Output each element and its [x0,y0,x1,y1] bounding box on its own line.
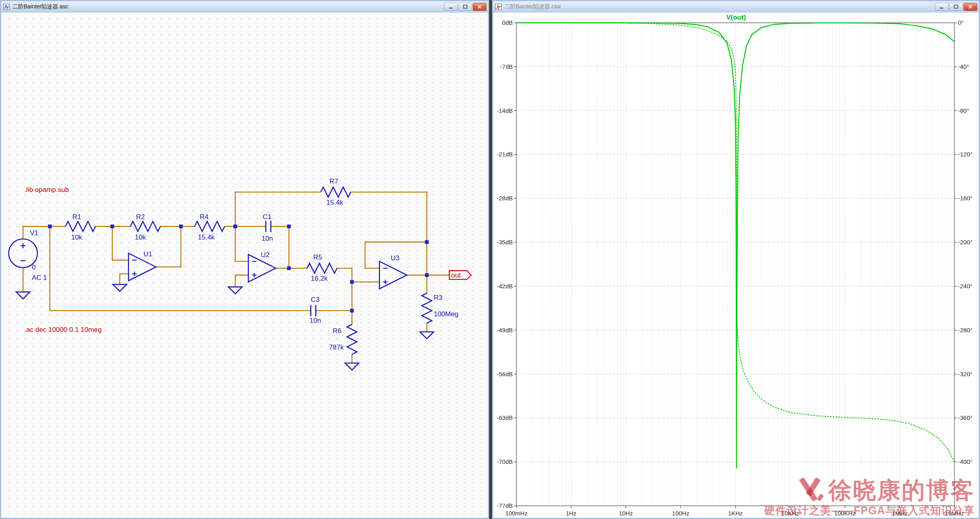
y-axis-phase-label: -320° [958,371,972,377]
window-controls [935,3,977,11]
component-label: 10n [309,316,321,324]
minimize-button[interactable] [444,3,458,11]
y-axis-phase-label: -160° [958,195,972,202]
component-label: 100Meg [434,310,458,318]
waveform-titlebar[interactable]: 二阶Bainter陷波器.raw [493,1,979,12]
component-label: 15.4k [198,233,215,241]
component-label: R3 [434,293,442,301]
y-axis-phase-label: -400° [958,458,972,465]
y-axis-phase-label: -200° [958,239,972,246]
junction-node [425,240,428,244]
opamp-symbol [379,261,407,289]
spice-directive-ac: .ac dec 10000 0.1 10meg [24,325,102,333]
resistor-symbol [422,293,432,323]
ground-symbol [345,363,359,370]
maximize-button[interactable] [949,3,963,11]
x-axis-label: 1MHz [892,510,907,517]
waveform-file-icon [495,3,502,10]
component-label: R2 [136,213,145,221]
schematic-window-title: 二阶Bainter陷波器.asc [12,3,444,10]
opamp-symbol [248,254,276,282]
schematic-content: outV10AC 1R110kR210kR415.4kC110nR715.4kU… [1,12,488,518]
minimize-icon [448,4,453,9]
close-button[interactable] [473,3,486,11]
plot-canvas[interactable]: 0dB-7dB-14dB-21dB-28dB-35dB-42dB-49dB-56… [493,12,979,518]
component-label: 16.2k [311,274,328,282]
junction-node [425,273,428,277]
resistor-symbol [66,222,96,232]
component-label: V1 [30,229,38,237]
y-axis-db-label: -28dB [497,195,513,202]
component-label: 787k [329,343,344,351]
waveform-window: 二阶Bainter陷波器.raw 0dB-7dB-14dB-21dB-28dB-… [492,0,980,519]
resistor-symbol [195,222,225,232]
y-axis-db-label: -42dB [497,283,513,289]
component-label: U3 [390,254,399,262]
component-label: 15.4k [327,198,343,206]
plot-area: 0dB-7dB-14dB-21dB-28dB-35dB-42dB-49dB-56… [493,12,979,518]
junction-node [287,266,291,270]
out-port-label: out [451,271,461,279]
ground-symbol [228,287,242,294]
y-axis-db-label: -14dB [497,107,513,114]
y-axis-db-label: -49dB [497,327,513,333]
close-icon [477,4,482,9]
trace-title[interactable]: V(out) [493,14,979,22]
component-label: R6 [333,327,341,335]
component-label: R7 [329,177,338,185]
resistor-symbol [307,263,337,273]
x-axis-label: 10MHz [945,510,964,517]
component-label: R5 [313,253,322,261]
spice-directive-lib: .lib opamp.sub [24,186,69,194]
resistor-symbol [347,324,357,354]
component-label: 10k [135,233,146,241]
y-axis-db-label: -7dB [500,63,513,70]
ground-symbol [16,292,30,299]
schematic-window: 二阶Bainter陷波器.asc outV10AC 1R110kR210kR41… [0,0,489,519]
maximize-icon [954,4,958,9]
window-controls [444,3,486,11]
component-label: R4 [200,213,209,221]
junction-node [350,280,354,283]
waveform-window-title: 二阶Bainter陷波器.raw [504,3,935,10]
waveform-content: 0dB-7dB-14dB-21dB-28dB-35dB-42dB-49dB-56… [493,12,979,518]
ground-symbol [420,332,434,339]
x-axis-label: 100Hz [672,510,689,517]
x-axis-label: 10Hz [619,510,633,517]
schematic-canvas[interactable]: outV10AC 1R110kR210kR415.4kC110nR715.4kU… [1,12,488,518]
y-axis-phase-label: -240° [958,283,972,289]
y-axis-phase-label: -40° [958,63,969,70]
component-label: U2 [261,251,270,259]
maximize-button[interactable] [458,3,472,11]
y-axis-db-label: -70dB [497,458,513,465]
minimize-button[interactable] [935,3,948,11]
y-axis-db-label: -77dB [497,502,513,509]
schematic-titlebar[interactable]: 二阶Bainter陷波器.asc [1,1,488,12]
component-label: C1 [263,213,271,221]
component-label: AC 1 [32,273,47,281]
component-label: 0 [32,263,36,271]
ground-symbol [113,284,127,291]
component-label: C3 [311,295,320,303]
y-axis-db-label: -63dB [497,414,513,421]
close-icon [968,4,973,9]
component-label: U1 [143,250,152,258]
component-label: 10n [261,234,273,242]
y-axis-db-label: -21dB [497,151,513,158]
resistor-symbol [130,222,160,232]
y-axis-phase-label: -280° [958,327,972,333]
y-axis-db-label: -56dB [497,371,513,377]
junction-node [350,309,354,312]
y-axis-phase-label: -120° [958,151,972,158]
resistor-symbol [321,187,351,197]
y-axis-phase-label: -80° [958,107,969,114]
schematic-file-icon [3,3,10,10]
component-label: R1 [72,213,81,221]
x-axis-label: 10KHz [781,510,799,517]
y-axis-db-label: -35dB [497,239,513,246]
junction-node [110,225,114,228]
junction-node [48,225,52,228]
junction-node [287,225,291,228]
junction-node [233,225,237,228]
close-button[interactable] [964,3,977,11]
